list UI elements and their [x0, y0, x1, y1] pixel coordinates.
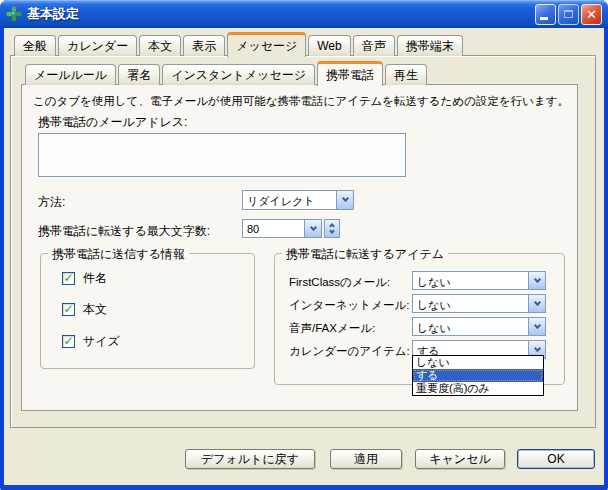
window-title: 基本設定: [27, 5, 533, 23]
maximize-icon: [564, 10, 573, 18]
checkbox-row-subject: ✓ 件名: [62, 270, 107, 287]
send-info-group: 携帯電話に送信する情報 ✓ 件名 ✓ 本文 ✓ サイズ: [40, 253, 255, 369]
chevron-down-icon[interactable]: [528, 318, 545, 335]
calendar-items-dropdown-list: しない する 重要度(高)のみ: [412, 355, 544, 396]
minimize-button[interactable]: [535, 4, 556, 25]
message-tab-page: メールルール 署名 インスタントメッセージ 携帯電話 再生 このタブを使用して、…: [10, 55, 596, 428]
tab-playback[interactable]: 再生: [385, 64, 427, 85]
email-address-textarea[interactable]: [38, 133, 406, 177]
tab-body[interactable]: 本文: [139, 35, 181, 56]
restore-defaults-button[interactable]: デフォルトに戻す: [185, 449, 315, 469]
inner-tabstrip: メールルール 署名 インスタントメッセージ 携帯電話 再生: [25, 61, 429, 85]
dropdown-option-shinai[interactable]: しない: [413, 356, 543, 369]
max-chars-select[interactable]: 80: [242, 219, 322, 238]
max-chars-stepper[interactable]: [324, 219, 340, 238]
tab-mobile-device[interactable]: 携帯端末: [397, 35, 463, 56]
internet-mail-select[interactable]: しない: [412, 294, 546, 313]
tab-web[interactable]: Web: [308, 35, 350, 56]
chevron-down-icon[interactable]: [528, 272, 545, 289]
send-info-group-title: 携帯電話に送信する情報: [48, 246, 189, 263]
cancel-button[interactable]: キャンセル: [415, 449, 505, 469]
tab-instant-message[interactable]: インスタントメッセージ: [162, 64, 315, 85]
apply-button[interactable]: 適用: [330, 449, 402, 469]
tab-mobile-phone[interactable]: 携帯電話: [317, 61, 383, 86]
voice-fax-mail-value: しない: [413, 318, 528, 335]
calendar-items-label: カレンダーのアイテム:: [289, 344, 410, 359]
dropdown-option-suru[interactable]: する: [413, 369, 543, 382]
method-label: 方法:: [38, 194, 65, 211]
intro-text: このタブを使用して、電子メールが使用可能な携帯電話にアイテムを転送するための設定…: [33, 94, 569, 109]
forward-items-group-title: 携帯電話に転送するアイテム: [282, 246, 448, 263]
firstclass-mail-value: しない: [413, 272, 528, 289]
close-button[interactable]: ✕: [581, 4, 602, 25]
chevron-down-icon[interactable]: [304, 220, 321, 237]
tab-calendar[interactable]: カレンダー: [58, 35, 137, 56]
tab-message[interactable]: メッセージ: [227, 32, 306, 57]
checkbox-row-body: ✓ 本文: [62, 301, 107, 318]
maximize-button[interactable]: [558, 4, 579, 25]
outer-tabstrip: 全般 カレンダー 本文 表示 メッセージ Web 音声 携帯端末: [14, 30, 465, 56]
mobile-phone-tab-page: このタブを使用して、電子メールが使用可能な携帯電話にアイテムを転送するための設定…: [21, 84, 578, 411]
method-value: リダイレクト: [243, 191, 336, 209]
tab-mail-rules[interactable]: メールルール: [25, 64, 116, 85]
tab-general[interactable]: 全般: [14, 35, 56, 56]
size-checkbox[interactable]: ✓: [62, 335, 75, 348]
tab-signature[interactable]: 署名: [118, 64, 160, 85]
internet-mail-value: しない: [413, 295, 528, 312]
internet-mail-label: インターネットメール:: [289, 298, 409, 313]
body-checkbox-label: 本文: [83, 301, 107, 318]
checkbox-row-size: ✓ サイズ: [62, 333, 120, 350]
max-chars-value: 80: [243, 220, 304, 237]
firstclass-mail-select[interactable]: しない: [412, 271, 546, 290]
close-icon: ✕: [586, 8, 597, 21]
email-address-label: 携帯電話のメールアドレス:: [38, 114, 187, 131]
voice-fax-mail-select[interactable]: しない: [412, 317, 546, 336]
subject-checkbox-label: 件名: [83, 270, 107, 287]
check-icon: ✓: [63, 303, 73, 315]
dialog-body: 全般 カレンダー 本文 表示 メッセージ Web 音声 携帯端末 メールルール …: [4, 28, 604, 485]
chevron-down-icon[interactable]: [336, 191, 353, 209]
subject-checkbox[interactable]: ✓: [62, 272, 75, 285]
ok-button[interactable]: OK: [517, 449, 595, 469]
max-chars-label: 携帯電話に転送する最大文字数:: [38, 223, 210, 240]
chevron-down-icon[interactable]: [528, 295, 545, 312]
spin-down-icon[interactable]: [325, 229, 339, 238]
dropdown-option-high-priority-only[interactable]: 重要度(高)のみ: [413, 382, 543, 395]
app-icon: [6, 6, 22, 22]
tab-voice[interactable]: 音声: [353, 35, 395, 56]
check-icon: ✓: [63, 335, 73, 347]
tab-display[interactable]: 表示: [183, 35, 225, 56]
check-icon: ✓: [63, 272, 73, 284]
body-checkbox[interactable]: ✓: [62, 303, 75, 316]
voice-fax-mail-label: 音声/FAXメール:: [289, 321, 375, 336]
firstclass-mail-label: FirstClassのメール:: [289, 275, 390, 290]
method-select[interactable]: リダイレクト: [242, 190, 354, 210]
titlebar[interactable]: 基本設定 ✕: [0, 0, 608, 28]
size-checkbox-label: サイズ: [83, 333, 120, 350]
settings-dialog: 基本設定 ✕ 全般 カレンダー 本文 表示 メッセージ Web 音声 携帯端末 …: [0, 0, 608, 490]
minimize-icon: [540, 17, 548, 20]
